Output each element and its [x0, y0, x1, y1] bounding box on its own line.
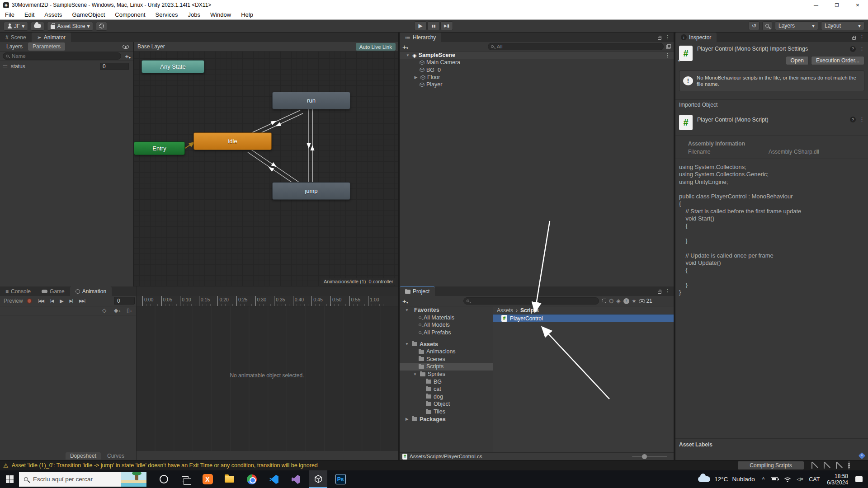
favorites-icon[interactable]: ★	[632, 298, 637, 304]
add-keyframe-icon[interactable]: ◆₊	[114, 307, 121, 314]
tree-item-sprites[interactable]: ▼ Sprites	[400, 371, 493, 378]
expand-arrow-icon[interactable]: ▶	[413, 75, 419, 80]
layout-dropdown[interactable]: Layout▾	[821, 21, 864, 30]
parameter-search-input[interactable]	[11, 53, 118, 59]
tab-inspector[interactable]: i Inspector	[675, 33, 717, 42]
parameters-subtab[interactable]: Parameters	[28, 42, 65, 51]
menu-item[interactable]: Services	[151, 11, 183, 18]
tree-item-all-prefabs[interactable]: All Prefabs	[400, 329, 493, 337]
expand-arrow-icon[interactable]: ▼	[404, 342, 410, 346]
menu-item[interactable]: File	[0, 11, 19, 18]
tab-animation[interactable]: Animation	[70, 286, 112, 296]
maximize-button[interactable]: ❐	[826, 0, 847, 10]
account-button[interactable]: JF ▾	[4, 22, 28, 31]
vscode-icon[interactable]	[265, 470, 283, 488]
weather-cloud-icon[interactable]	[698, 476, 710, 482]
asset-label-tag-icon[interactable]	[859, 452, 866, 460]
play-animation-button[interactable]: ▶	[57, 298, 65, 304]
execution-order-button[interactable]: Execution Order...	[811, 56, 864, 65]
weather-temperature[interactable]: 12°C	[714, 476, 728, 483]
menu-item[interactable]: Edit	[19, 11, 39, 18]
state-node-idle[interactable]: idle	[193, 132, 272, 150]
photoshop-icon[interactable]: Ps	[331, 470, 349, 488]
search-highlight-image[interactable]	[121, 472, 146, 487]
notifications-disabled-icon[interactable]	[836, 462, 843, 469]
menu-item[interactable]: Jobs	[183, 11, 205, 18]
tree-item-bg[interactable]: BG	[400, 378, 493, 385]
wifi-icon[interactable]	[784, 477, 791, 482]
pause-button[interactable]: ▮▮	[427, 21, 440, 30]
record-button[interactable]	[27, 298, 32, 304]
bell-muted-icon[interactable]	[811, 462, 818, 469]
tree-item-tiles[interactable]: Tiles	[400, 408, 493, 416]
frame-field[interactable]: 0	[114, 297, 135, 305]
tab-animator[interactable]: ➣ Animator	[32, 33, 71, 42]
tab-game[interactable]: Game	[36, 286, 70, 296]
first-frame-button[interactable]: |◀◀	[36, 299, 46, 303]
collab-disabled-icon[interactable]	[824, 462, 830, 469]
tab-scene[interactable]: # Scene	[0, 33, 32, 42]
drag-handle-icon[interactable]: ==	[3, 64, 7, 69]
lock-icon[interactable]	[658, 291, 661, 294]
preview-toggle[interactable]: Preview	[4, 298, 23, 304]
project-search[interactable]	[463, 297, 599, 305]
search-by-label-icon[interactable]: ◈	[616, 298, 620, 304]
step-button[interactable]: ▶▮	[440, 21, 453, 30]
search-button[interactable]	[762, 21, 772, 30]
kebab-menu-icon[interactable]: ⋮	[859, 46, 864, 52]
hierarchy-item-floor[interactable]: ▶ Floor	[400, 74, 674, 81]
hierarchy-item-main-camera[interactable]: Main Camera	[400, 59, 674, 66]
help-icon[interactable]: ?	[850, 117, 856, 122]
start-button[interactable]	[6, 475, 14, 483]
kebab-menu-icon[interactable]: ⋮	[665, 52, 674, 58]
tree-item-packages[interactable]: ▶ Packages	[400, 415, 493, 423]
menu-item[interactable]: Window	[205, 11, 236, 18]
expand-arrow-icon[interactable]: ▼	[405, 53, 410, 57]
hierarchy-item-player[interactable]: Player	[400, 81, 674, 88]
menu-item[interactable]: Help	[236, 11, 258, 18]
status-bar[interactable]: ⚠ Asset 'Idle (1)_0': Transition 'idle -…	[0, 460, 868, 470]
keyboard-language[interactable]: CAT	[809, 476, 820, 483]
tree-item-scripts[interactable]: Scripts	[400, 363, 493, 371]
expand-arrow-icon[interactable]: ▼	[404, 308, 410, 312]
file-explorer-icon[interactable]	[220, 470, 238, 488]
open-new-window-icon[interactable]	[602, 299, 606, 303]
tree-item-scenes[interactable]: Scenes	[400, 356, 493, 363]
add-gameobject-button[interactable]: +▾	[402, 43, 408, 51]
lock-icon[interactable]	[852, 37, 856, 40]
battery-icon[interactable]	[771, 477, 778, 481]
previous-frame-button[interactable]: |◀	[48, 299, 56, 303]
undo-history-button[interactable]: ↺	[749, 21, 760, 30]
hierarchy-item-bg0[interactable]: BG_0	[400, 66, 674, 74]
breadcrumb-current[interactable]: Scripts	[520, 307, 539, 314]
eye-icon[interactable]	[123, 45, 129, 49]
thumbnail-slider-track[interactable]	[632, 456, 667, 457]
xampp-icon[interactable]: X	[198, 470, 217, 488]
taskbar-search[interactable]	[19, 472, 146, 487]
panel-divider[interactable]	[136, 286, 137, 460]
tree-item-all-materials[interactable]: All Materials	[400, 314, 493, 322]
tree-item-cat[interactable]: cat	[400, 385, 493, 393]
add-event-icon[interactable]: ▯₊	[127, 307, 132, 314]
tree-item-object[interactable]: Object	[400, 400, 493, 408]
taskbar-search-input[interactable]	[32, 475, 104, 483]
asset-item-playercontrol[interactable]: # PlayerControl	[493, 314, 674, 322]
asset-store-button[interactable]: Asset Store ▾	[47, 22, 93, 31]
kebab-menu-icon[interactable]: ⋮	[859, 117, 864, 122]
hidden-icons-chevron[interactable]: ^	[762, 476, 765, 483]
hierarchy-search[interactable]	[488, 43, 664, 50]
tree-item-assets[interactable]: ▼ Assets	[400, 340, 493, 348]
state-node-run[interactable]: run	[272, 92, 350, 109]
next-frame-button[interactable]: ▶|	[67, 299, 75, 303]
menu-item[interactable]: GameObject	[67, 11, 110, 18]
cloud-services-button[interactable]	[31, 22, 44, 31]
kebab-menu-icon[interactable]: ⋮	[859, 34, 864, 40]
auto-live-link-button[interactable]: Auto Live Link	[356, 43, 396, 51]
expand-arrow-icon[interactable]: ▶	[404, 417, 410, 421]
tree-item-all-models[interactable]: All Models	[400, 321, 493, 329]
visual-studio-icon[interactable]	[287, 470, 305, 488]
unity-app-icon[interactable]	[309, 470, 327, 488]
state-node-entry[interactable]: Entry	[134, 141, 185, 155]
help-icon[interactable]: ?	[850, 46, 856, 52]
last-frame-button[interactable]: ▶▶|	[77, 299, 87, 303]
